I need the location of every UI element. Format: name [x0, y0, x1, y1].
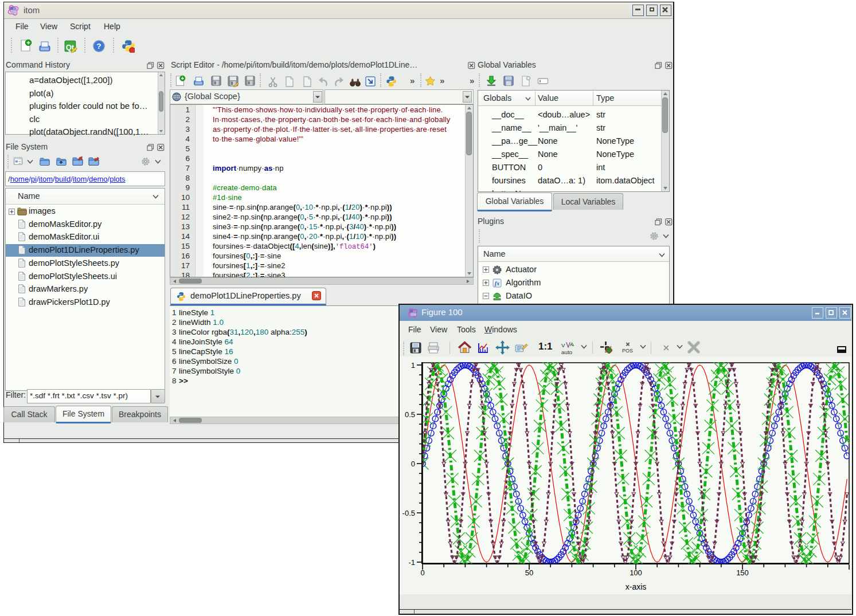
svg-text:-0.5: -0.5	[402, 509, 415, 517]
svg-text:150: 150	[736, 568, 749, 577]
svg-text:?: ?	[96, 42, 101, 50]
svg-text:V: V	[561, 342, 565, 348]
svg-text:fx: fx	[495, 280, 499, 287]
svg-text:50: 50	[525, 568, 533, 577]
svg-text:100: 100	[630, 568, 642, 577]
svg-text:0: 0	[411, 460, 415, 468]
svg-text:auto: auto	[561, 349, 573, 355]
svg-text:1: 1	[411, 361, 415, 370]
svg-text:0: 0	[420, 568, 424, 577]
svg-text:0.5: 0.5	[405, 410, 415, 419]
svg-text:x-axis: x-axis	[626, 582, 647, 591]
svg-text:POS: POS	[622, 348, 633, 354]
svg-text:-1: -1	[408, 558, 415, 567]
